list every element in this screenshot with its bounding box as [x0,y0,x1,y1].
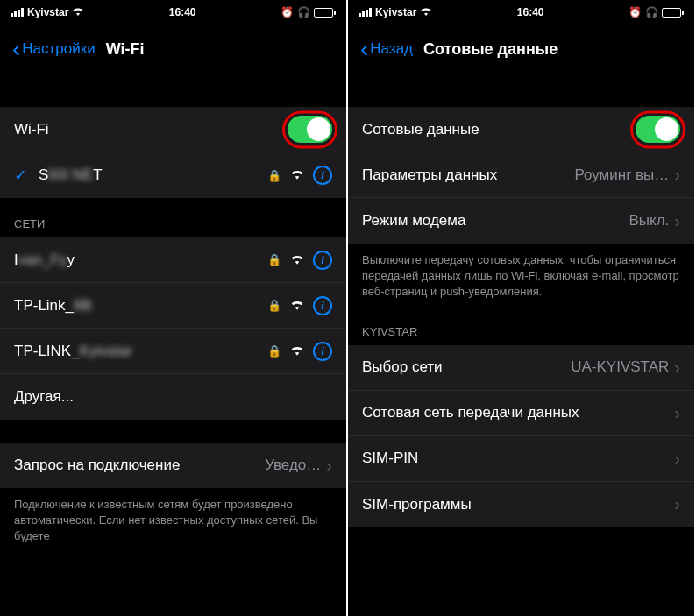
alarm-icon: ⏰ [629,6,642,18]
nav-bar: ‹ Настройки Wi-Fi [0,25,346,74]
row-value: Роуминг вы… [574,166,669,184]
lock-icon: 🔒 [267,169,281,182]
cellular-toggle[interactable] [636,116,680,143]
other-network-row[interactable]: Другая... [0,374,346,420]
carrier-label: Kyivstar [27,6,68,18]
info-icon[interactable]: i [313,342,332,361]
page-title: Wi-Fi [106,40,145,59]
wifi-toggle-row[interactable]: Wi-Fi [0,107,346,152]
clock: 16:40 [169,6,196,18]
cellular-data-network-row[interactable]: Сотовая сеть передачи данных › [348,391,694,436]
row-value: UA-KYIVSTAR [571,358,669,376]
chevron-right-icon: › [674,358,680,378]
hotspot-row[interactable]: Режим модема Выкл. › [348,198,694,244]
headphones-icon: 🎧 [645,6,658,18]
battery-icon [662,8,684,18]
chevron-left-icon: ‹ [12,37,20,61]
chevron-right-icon: › [674,449,680,469]
back-button[interactable]: ‹ Назад [360,37,413,61]
row-value: Уведо… [265,457,321,474]
wifi-status-icon [420,6,432,18]
network-row[interactable]: TP-Link_8B 🔒 i [0,283,346,329]
page-title: Сотовые данные [423,40,558,59]
carrier-label: Kyivstar [375,6,416,18]
footer-text: Выключите передачу сотовых данных, чтобы… [348,244,694,306]
row-label: Запрос на подключение [14,457,265,474]
wifi-toggle[interactable] [288,116,332,143]
back-label: Назад [370,40,413,58]
wifi-settings-screen: Kyivstar 16:40 ⏰ 🎧 ‹ Настройки Wi-Fi Wi-… [0,0,346,616]
row-label: Режим модема [362,212,629,230]
ask-to-join-row[interactable]: Запрос на подключение Уведо… › [0,443,346,488]
signal-icon [359,8,372,17]
lock-icon: 🔒 [267,253,281,266]
lock-icon: 🔒 [267,344,281,358]
row-label: SIM-программы [362,496,674,513]
checkmark-icon: ✓ [14,166,30,185]
cellular-settings-screen: Kyivstar 16:40 ⏰ 🎧 ‹ Назад Сотовые данны… [348,0,694,616]
wifi-signal-icon [290,298,304,314]
row-label: Wi-Fi [14,121,288,138]
row-label: Параметры данных [362,166,574,184]
row-value: Выкл. [629,212,669,230]
status-bar: Kyivstar 16:40 ⏰ 🎧 [348,0,694,25]
cellular-toggle-row[interactable]: Сотовые данные [348,107,694,152]
row-label: Сотовая сеть передачи данных [362,404,674,421]
alarm-icon: ⏰ [281,6,294,18]
wifi-signal-icon [290,167,304,183]
chevron-right-icon: › [674,165,680,185]
row-label: SIM-PIN [362,450,674,467]
battery-icon [314,8,336,18]
info-icon[interactable]: i [313,166,332,185]
carrier-header: KYIVSTAR [348,306,694,345]
network-name: Ivan_Fyy [14,251,267,269]
signal-icon [11,8,24,17]
lock-icon: 🔒 [267,299,281,312]
footer-text: Подключение к известным сетям будет прои… [0,488,346,550]
back-button[interactable]: ‹ Настройки [12,37,96,61]
chevron-right-icon: › [674,494,680,514]
network-row[interactable]: TP-LINK_Kyivstar 🔒 i [0,329,346,374]
network-name: TP-LINK_Kyivstar [14,343,267,360]
chevron-right-icon: › [326,456,332,476]
chevron-right-icon: › [674,403,680,423]
row-label: Выбор сети [362,358,571,376]
row-label: Сотовые данные [362,121,636,138]
status-bar: Kyivstar 16:40 ⏰ 🎧 [0,0,346,25]
sim-apps-row[interactable]: SIM-программы › [348,482,694,527]
row-label: Другая... [14,388,332,406]
data-options-row[interactable]: Параметры данных Роуминг вы… › [348,152,694,198]
network-name: SIIIII NET [39,166,267,184]
clock: 16:40 [517,6,544,18]
network-row[interactable]: Ivan_Fyy 🔒 i [0,237,346,283]
wifi-signal-icon [290,252,304,268]
info-icon[interactable]: i [313,296,332,315]
nav-bar: ‹ Назад Сотовые данные [348,25,694,74]
network-name: TP-Link_8B [14,297,267,315]
connected-network-row[interactable]: ✓ SIIIII NET 🔒 i [0,152,346,198]
chevron-right-icon: › [674,211,680,231]
info-icon[interactable]: i [313,251,332,270]
chevron-left-icon: ‹ [360,37,368,61]
headphones-icon: 🎧 [297,6,310,18]
wifi-status-icon [72,6,84,18]
wifi-signal-icon [290,343,304,359]
networks-header: СЕТИ [0,198,346,237]
network-selection-row[interactable]: Выбор сети UA-KYIVSTAR › [348,345,694,391]
back-label: Настройки [22,40,95,58]
sim-pin-row[interactable]: SIM-PIN › [348,436,694,482]
